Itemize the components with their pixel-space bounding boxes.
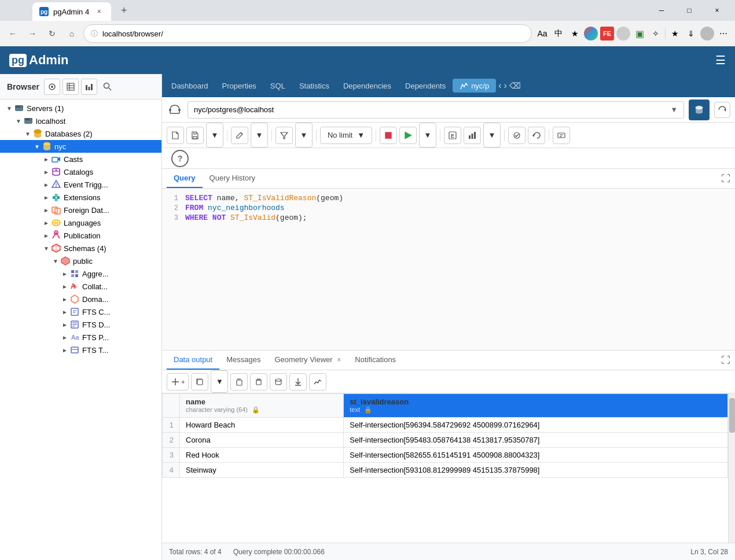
sidebar-search-button[interactable] <box>100 79 116 95</box>
save-file-button[interactable] <box>186 127 204 144</box>
name-column-header[interactable]: name character varying (64) 🔒 <box>180 394 344 418</box>
rollback-button[interactable] <box>528 127 545 144</box>
explain-button[interactable]: E <box>444 127 461 144</box>
copy-rows-button[interactable] <box>191 373 208 390</box>
download-icon[interactable]: ⇓ <box>684 27 698 40</box>
tree-item-servers[interactable]: ▼ Servers (1) <box>0 102 161 115</box>
st-isvalidreason-column-header[interactable]: st_isvalidreason text 🔒 <box>344 394 728 418</box>
result-tab-notifications[interactable]: Notifications <box>348 351 403 370</box>
close-button[interactable]: × <box>704 1 730 20</box>
favorites-icon[interactable]: ★ <box>568 27 582 40</box>
tree-item-catalogs[interactable]: ► Catalogs <box>0 165 161 178</box>
new-tab-button[interactable]: + <box>116 2 132 19</box>
tree-item-schemas[interactable]: ▼ Schemas (4) <box>0 242 161 255</box>
tab-nav-right[interactable]: › <box>504 80 507 91</box>
database-icon[interactable] <box>689 100 710 120</box>
collection-icon[interactable]: ★ <box>668 27 682 40</box>
ext-icon-5[interactable]: ✧ <box>649 27 663 40</box>
save-dropdown-button[interactable]: ▼ <box>206 123 223 148</box>
tab-close-button[interactable]: × <box>94 6 104 17</box>
ext-icon-3[interactable] <box>616 27 630 40</box>
maximize-button[interactable]: □ <box>676 1 703 20</box>
run-button[interactable] <box>399 127 417 144</box>
filter-button[interactable] <box>275 127 293 144</box>
expand-editor-icon[interactable]: ⛶ <box>721 174 730 184</box>
expand-results-icon[interactable]: ⛶ <box>721 355 730 366</box>
geometry-viewer-close-icon[interactable]: × <box>337 356 341 364</box>
tree-item-languages[interactable]: ► Languages <box>0 216 161 229</box>
ext-icon-2[interactable]: FE <box>600 27 614 40</box>
read-aloud-icon[interactable]: Aa <box>535 27 549 40</box>
home-button[interactable]: ⌂ <box>64 25 80 42</box>
ext-icon-1[interactable] <box>584 27 598 40</box>
minimize-button[interactable]: ─ <box>648 1 675 20</box>
refresh-icon[interactable] <box>714 102 730 118</box>
tree-item-nyc[interactable]: ▼ nyc <box>0 140 161 153</box>
scrollbar-thumb[interactable] <box>729 398 735 433</box>
tree-item-aggregate[interactable]: ► Aggre... <box>0 267 161 280</box>
run-dropdown-button[interactable]: ▼ <box>419 123 436 148</box>
translate-icon[interactable]: 中 <box>552 27 565 40</box>
sql-editor[interactable]: 1 SELECT name, ST_IsValidReason(geom) 2 … <box>162 189 735 351</box>
forward-button[interactable]: → <box>24 25 41 42</box>
tree-item-extensions[interactable]: ► Extensions <box>0 191 161 204</box>
stop-button[interactable] <box>380 127 397 144</box>
reload-button[interactable]: ↻ <box>44 25 60 42</box>
back-button[interactable]: ← <box>5 25 21 42</box>
delete-rows-button[interactable] <box>250 373 267 390</box>
tree-item-localhost[interactable]: ▼ localhost <box>0 115 161 127</box>
tab-nav-more[interactable]: ⌫ <box>509 81 521 90</box>
tab-sql[interactable]: SQL <box>263 78 292 94</box>
settings-icon[interactable]: ⋯ <box>716 27 730 40</box>
sidebar-icon-1[interactable] <box>44 79 60 95</box>
tab-nycp[interactable]: nyc/p <box>453 79 496 93</box>
graph-button[interactable] <box>309 373 326 390</box>
edit-button[interactable] <box>231 127 248 144</box>
analyze-button[interactable] <box>464 127 481 144</box>
open-file-button[interactable] <box>167 127 184 144</box>
explain-dropdown-button[interactable]: ▼ <box>483 123 501 148</box>
tab-properties[interactable]: Properties <box>215 78 263 94</box>
tree-item-foreigndata[interactable]: ► Foreign Dat... <box>0 204 161 216</box>
tree-item-fts-config[interactable]: ► FTS C... <box>0 305 161 318</box>
help-button[interactable]: ? <box>171 150 189 167</box>
vertical-scrollbar[interactable] <box>728 393 735 543</box>
tab-statistics[interactable]: Statistics <box>292 78 336 94</box>
query-tab-query[interactable]: Query <box>167 169 203 188</box>
tree-item-fts-parser[interactable]: ► Aa FTS P... <box>0 331 161 344</box>
tree-item-casts[interactable]: ► Casts <box>0 153 161 165</box>
download-button[interactable] <box>289 373 307 390</box>
sidebar-icon-3[interactable] <box>81 79 97 95</box>
ext-icon-4[interactable]: ▣ <box>633 27 646 40</box>
sidebar-icon-2[interactable] <box>63 79 79 95</box>
browser-tab[interactable]: pg pgAdmin 4 × <box>32 2 111 21</box>
tree-item-eventtriggers[interactable]: ► Event Trigg... <box>0 178 161 191</box>
tree-item-databases[interactable]: ▼ Databases (2) <box>0 127 161 140</box>
tree-item-public[interactable]: ▼ public <box>0 255 161 267</box>
tree-item-publication[interactable]: ► Publication <box>0 229 161 242</box>
profile-icon[interactable] <box>700 27 714 40</box>
tab-nav-left[interactable]: ‹ <box>498 80 501 91</box>
filter-dropdown-button[interactable]: ▼ <box>295 123 313 148</box>
no-limit-dropdown[interactable]: No limit ▼ <box>320 127 372 144</box>
result-tab-data-output[interactable]: Data output <box>167 351 219 370</box>
save-data-button[interactable] <box>270 373 287 390</box>
tree-item-fts-dict[interactable]: ► FTS D... <box>0 318 161 331</box>
tab-dependencies[interactable]: Dependencies <box>336 78 398 94</box>
result-tab-geometry-viewer[interactable]: Geometry Viewer × <box>267 351 348 370</box>
macros-button[interactable] <box>553 127 570 144</box>
paste-button[interactable] <box>230 373 248 390</box>
tab-dependents[interactable]: Dependents <box>398 78 453 94</box>
query-tab-history[interactable]: Query History <box>203 169 262 188</box>
tree-item-fts-template[interactable]: ► FTS T... <box>0 344 161 356</box>
copy-dropdown-button[interactable]: ▼ <box>211 370 228 393</box>
commit-button[interactable] <box>508 127 525 144</box>
tree-item-domains[interactable]: ► Doma... <box>0 293 161 305</box>
result-tab-messages[interactable]: Messages <box>219 351 267 370</box>
url-bar[interactable]: ⓘ localhost/browser/ <box>83 24 532 43</box>
add-row-button[interactable]: + <box>167 373 189 390</box>
tab-dashboard[interactable]: Dashboard <box>164 78 215 94</box>
edit-dropdown-button[interactable]: ▼ <box>251 123 268 148</box>
hamburger-menu[interactable]: ☰ <box>715 53 726 67</box>
tree-item-collations[interactable]: ► A Collat... <box>0 280 161 293</box>
